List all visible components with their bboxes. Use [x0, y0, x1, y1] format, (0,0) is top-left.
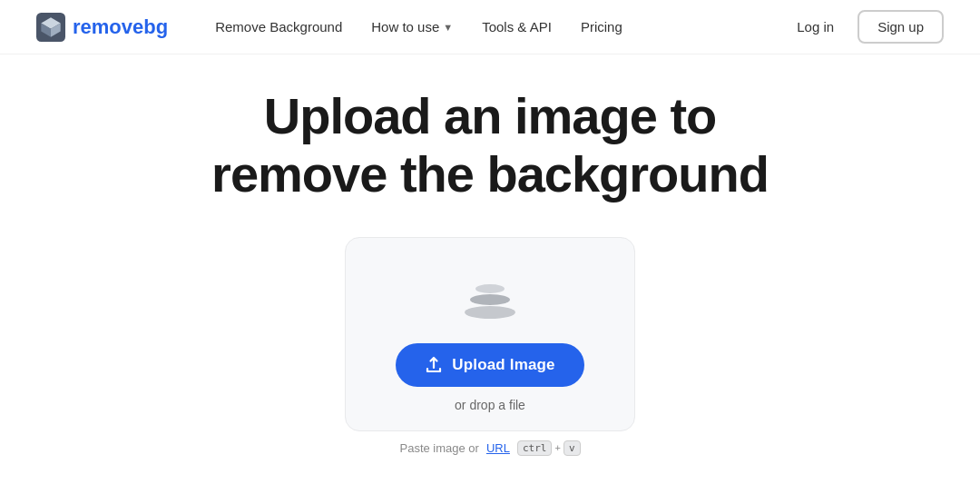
- drop-text: or drop a file: [455, 398, 525, 412]
- nav-links: Remove Background How to use ▼ Tools & A…: [204, 12, 784, 42]
- svg-point-5: [470, 294, 510, 305]
- nav-tools-api[interactable]: Tools & API: [471, 12, 563, 42]
- navbar: removebg Remove Background How to use ▼ …: [0, 0, 980, 54]
- nav-actions: Log in Sign up: [784, 10, 944, 44]
- upload-icon: [425, 356, 443, 374]
- chevron-down-icon: ▼: [443, 22, 453, 33]
- hero-title: Upload an image to remove the background: [211, 87, 769, 204]
- signup-button[interactable]: Sign up: [858, 10, 944, 44]
- paste-url-link[interactable]: URL: [486, 441, 510, 455]
- logo-text: removebg: [73, 15, 168, 39]
- main-content: Upload an image to remove the background…: [0, 54, 980, 459]
- svg-point-6: [475, 284, 505, 293]
- upload-button[interactable]: Upload Image: [396, 343, 584, 387]
- layers-icon: [457, 271, 523, 321]
- paste-row: Paste image or URL ctrl + v: [345, 431, 635, 459]
- kbd-plus: +: [554, 442, 560, 453]
- paste-label: Paste image or: [399, 441, 478, 455]
- upload-card: Upload Image or drop a file: [345, 237, 635, 431]
- nav-pricing[interactable]: Pricing: [570, 12, 633, 42]
- svg-point-4: [465, 306, 515, 319]
- logo[interactable]: removebg: [36, 13, 168, 42]
- logo-icon: [36, 13, 65, 42]
- login-button[interactable]: Log in: [784, 12, 847, 42]
- nav-remove-background[interactable]: Remove Background: [204, 12, 353, 42]
- kbd-ctrl: ctrl: [517, 440, 553, 456]
- nav-how-to-use[interactable]: How to use ▼: [360, 12, 464, 42]
- keyboard-shortcut: ctrl + v: [517, 440, 581, 456]
- kbd-v: v: [564, 440, 581, 456]
